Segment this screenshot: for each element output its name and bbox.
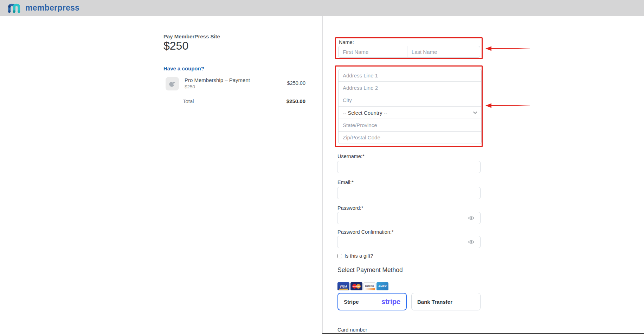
total-amount: $250.00 xyxy=(286,98,305,104)
zip-input[interactable] xyxy=(343,134,477,140)
payment-option-bank-transfer[interactable]: Bank Transfer xyxy=(411,293,481,310)
name-input-group xyxy=(338,46,480,58)
show-password-icon[interactable] xyxy=(468,216,475,220)
password-input[interactable] xyxy=(337,212,481,224)
annotation-arrow-name xyxy=(485,46,530,53)
order-item-amount: $250.00 xyxy=(287,77,305,90)
total-row: Total $250.00 xyxy=(183,98,305,104)
discover-icon: DISCOVER xyxy=(363,282,375,290)
name-section-highlight: Name: xyxy=(335,37,483,59)
city-input[interactable] xyxy=(343,97,477,103)
column-divider xyxy=(322,16,323,334)
email-label: Email:* xyxy=(337,179,354,185)
email-input[interactable] xyxy=(337,187,481,199)
membership-thumbnail-icon xyxy=(166,77,179,90)
city-row xyxy=(339,94,481,106)
card-number-label: Card number xyxy=(337,327,367,333)
address-section-highlight: -- Select Country -- xyxy=(335,65,483,147)
order-item-info: Pro Membership – Payment $250 xyxy=(185,77,287,90)
memberpress-logo-icon xyxy=(7,2,22,14)
order-price: $250 xyxy=(163,39,188,52)
last-name-input[interactable] xyxy=(407,46,480,57)
address-line2-input[interactable] xyxy=(343,85,477,91)
brand-wordmark: memberpress xyxy=(25,3,79,13)
country-selected-value: -- Select Country -- xyxy=(343,110,387,116)
gift-label: Is this a gift? xyxy=(344,253,373,259)
annotation-arrow-address xyxy=(485,103,530,110)
zip-row xyxy=(339,131,481,144)
checkout-page: memberpress Pay MemberPress Site $250 Ha… xyxy=(0,0,644,334)
first-name-input[interactable] xyxy=(339,46,407,57)
address-input-group: -- Select Country -- xyxy=(338,69,482,144)
state-row xyxy=(339,119,481,131)
stripe-logo: stripe xyxy=(381,297,400,306)
stripe-option-label: Stripe xyxy=(344,299,359,305)
username-label: Username:* xyxy=(337,153,365,159)
bank-transfer-option-label: Bank Transfer xyxy=(417,299,452,305)
country-select[interactable]: -- Select Country -- xyxy=(339,106,481,119)
order-item-row: Pro Membership – Payment $250 $250.00 xyxy=(166,77,305,90)
gift-checkbox[interactable] xyxy=(337,254,342,258)
name-label: Name: xyxy=(339,39,354,45)
payment-method-heading: Select Payment Method xyxy=(337,266,403,274)
app-header: memberpress xyxy=(0,0,644,16)
address-line1-row xyxy=(339,69,481,81)
amex-icon: AMEX xyxy=(376,282,388,290)
username-input[interactable] xyxy=(337,161,481,173)
accepted-cards: VISA MasterCard DISCOVER AMEX xyxy=(337,282,388,290)
summary-divider xyxy=(182,94,305,94)
payment-option-stripe[interactable]: Stripe stripe xyxy=(337,293,407,310)
show-password-confirmation-icon[interactable] xyxy=(468,240,475,244)
order-item-price-note: $250 xyxy=(185,84,287,89)
payment-divider xyxy=(337,321,481,321)
visa-icon: VISA xyxy=(337,282,349,290)
address-line1-input[interactable] xyxy=(343,73,477,78)
state-input[interactable] xyxy=(343,122,477,128)
chevron-down-icon xyxy=(473,112,477,114)
mastercard-icon: MasterCard xyxy=(350,282,362,290)
gift-option-row: Is this a gift? xyxy=(337,253,373,259)
total-label: Total xyxy=(183,98,194,104)
password-confirmation-label: Password Confirmation:* xyxy=(337,229,394,235)
have-coupon-link[interactable]: Have a coupon? xyxy=(163,65,204,71)
address-line2-row xyxy=(339,81,481,94)
order-item-name: Pro Membership – Payment xyxy=(185,77,287,83)
password-confirmation-input[interactable] xyxy=(337,236,481,248)
password-label: Password:* xyxy=(337,205,363,211)
order-title: Pay MemberPress Site xyxy=(163,33,220,39)
